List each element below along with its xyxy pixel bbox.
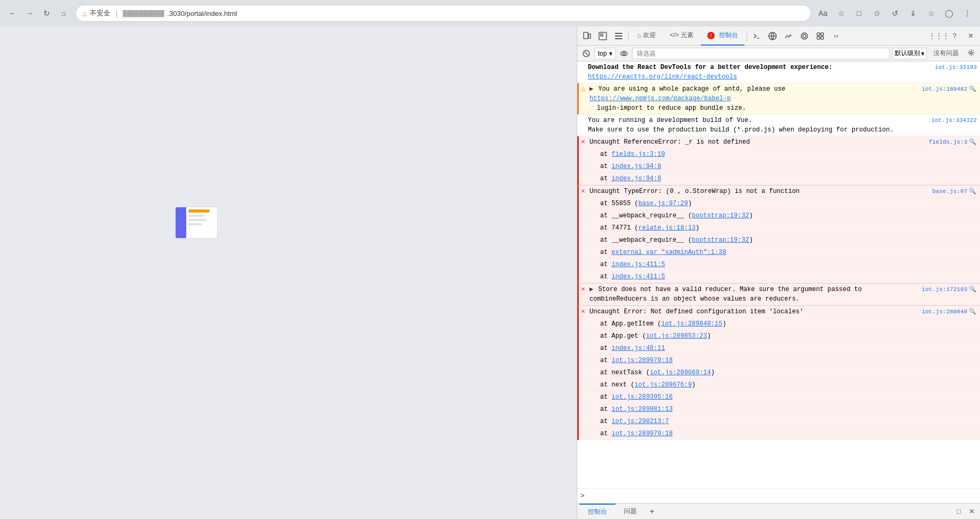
filter-input[interactable] [632, 48, 890, 59]
network-tab-button[interactable] [765, 29, 780, 43]
expand-arrow-1[interactable]: ▶ [589, 85, 593, 93]
memory-tab-button[interactable] [797, 29, 812, 43]
profile-button[interactable]: ◯ [942, 6, 957, 21]
reader-mode-button[interactable]: Aa [816, 6, 830, 21]
msg5-source[interactable]: base.js:97 [928, 187, 967, 196]
msg3-text1: You are running a development build of V… [588, 117, 752, 124]
bottom-add-button[interactable]: + [645, 505, 659, 518]
msg6-search-button[interactable]: 🔍 [968, 285, 977, 293]
bottom-close-button[interactable]: ✕ [965, 505, 978, 518]
msg7-s7-link[interactable]: iot.js:289395:16 [612, 393, 673, 401]
tab-console[interactable]: ! 控制台 [701, 27, 744, 46]
msg5-stack-1: at 55855 (base.js:97:29) [579, 198, 980, 210]
msg4-source[interactable]: fields.js:3 [924, 137, 967, 147]
msg7-s6-link[interactable]: iot.js:289676:9 [635, 381, 692, 389]
preview-bar-2 [188, 215, 204, 217]
msg4-text: Uncaught ReferenceError: _r is not defin… [589, 138, 750, 146]
more-tabs-button[interactable]: ›› [829, 29, 844, 43]
refresh-button[interactable]: ↻ [39, 6, 54, 21]
tab-welcome[interactable]: ⌂ 欢迎 [631, 27, 662, 46]
msg4-at1-link[interactable]: fields.js:3:10 [612, 151, 665, 158]
toolbar-separator-1 [628, 31, 629, 41]
split-button[interactable]: □ [852, 6, 866, 21]
sidebar-toggle-button[interactable] [611, 29, 626, 43]
console-message-react-devtools-content: Download the React DevTools for a better… [588, 63, 931, 82]
msg6-source[interactable]: iot.js:172193 [917, 285, 967, 294]
msg7-source[interactable]: iot.js:289840 [917, 307, 967, 316]
collection-button[interactable]: ☆ [924, 6, 939, 21]
eye-button[interactable] [618, 48, 630, 59]
msg7-s2-link[interactable]: iot.js:289853:23 [646, 332, 707, 340]
svg-point-7 [801, 33, 808, 39]
msg5-s3-link[interactable]: relate.js:18:13 [638, 224, 696, 232]
console-message-reference-error: ✕ Uncaught ReferenceError: _r is not def… [577, 136, 980, 185]
welcome-tab-label: 欢迎 [643, 31, 656, 40]
msg5-s7-link[interactable]: index.js:411:5 [612, 273, 665, 280]
msg2-search-button[interactable]: 🔍 [968, 84, 977, 93]
msg2-text-before: You are using a whole package of antd, p… [598, 85, 785, 93]
msg7-s5-link[interactable]: iot.js:289669:14 [650, 369, 711, 376]
msg5-stack-6: at index.js:411:5 [579, 259, 980, 271]
msg5-s1-link[interactable]: base.js:97:29 [638, 200, 688, 207]
expand-arrow-6[interactable]: ▶ [589, 286, 593, 293]
clear-console-button[interactable] [580, 48, 592, 59]
home-button[interactable]: ⌂ [56, 6, 71, 21]
msg7-s1-link[interactable]: iot.js:289840:15 [661, 320, 722, 328]
bottom-tab-console[interactable]: 控制台 [579, 504, 615, 520]
welcome-tab-icon: ⌂ [637, 32, 641, 39]
performance-tab-button[interactable] [781, 29, 796, 43]
console-input[interactable] [587, 492, 977, 500]
msg5-search-button[interactable]: 🔍 [968, 187, 977, 195]
msg5-s5-link[interactable]: external var "xadminAuth":1:38 [612, 249, 726, 256]
address-bar[interactable]: △ 不安全 | ██████████ .3030/portal/index.ht… [75, 5, 811, 22]
svg-line-14 [585, 51, 588, 55]
msg5-s6-link[interactable]: index.js:411:5 [612, 261, 665, 268]
level-select[interactable]: 默认级别 ▾ [892, 48, 927, 59]
sources-tab-button[interactable] [749, 29, 764, 43]
preview-bar-4 [188, 223, 202, 225]
more-options-button[interactable]: ⋮⋮⋮ [931, 29, 946, 43]
msg7-s4-link[interactable]: iot.js:289979:18 [612, 357, 673, 364]
console-message-type-error: ✕ Uncaught TypeError: (0 , o.StoreWrap) … [577, 185, 980, 283]
msg1-source[interactable]: iot.js:33193 [931, 63, 977, 72]
close-devtools-button[interactable]: ✕ [963, 29, 978, 43]
inspect-element-button[interactable] [595, 29, 610, 43]
msg4-at3-link[interactable]: index.js:94:8 [612, 175, 662, 182]
msg7-stack-1: at App.getItem (iot.js:289840:15) [579, 318, 980, 330]
history-button[interactable]: ↺ [888, 6, 903, 21]
svg-rect-4 [615, 36, 622, 37]
msg4-search-button[interactable]: 🔍 [968, 137, 977, 146]
msg5-s4-link[interactable]: bootstrap:19:32 [692, 236, 749, 244]
msg6-text: Store does not have a valid reducer. Mak… [589, 286, 862, 303]
tab-elements[interactable]: </> 元素 [663, 27, 700, 46]
msg3-source[interactable]: iot.js:334322 [927, 116, 977, 125]
page-preview-widget [175, 207, 218, 239]
extensions-button[interactable]: ✩ [870, 6, 884, 21]
error-icon-7: ✕ [581, 307, 585, 316]
console-message-react-devtools: Download the React DevTools for a better… [577, 61, 980, 83]
help-button[interactable]: ? [947, 29, 962, 43]
console-settings-button[interactable] [965, 48, 977, 59]
forward-button[interactable]: → [22, 6, 37, 21]
msg2-source[interactable]: iot.js:189482 [917, 84, 967, 94]
msg7-s9-link[interactable]: iot.js:290213:7 [612, 418, 669, 425]
context-value: top [598, 50, 607, 57]
bookmark-button[interactable]: ☆ [834, 6, 848, 21]
svg-rect-12 [821, 37, 823, 39]
msg5-s2-link[interactable]: bootstrap:19:32 [692, 212, 749, 219]
msg7-search-button[interactable]: 🔍 [968, 307, 977, 315]
msg7-s3-link[interactable]: index.js:48:11 [612, 345, 665, 352]
context-selector[interactable]: top ▾ [594, 48, 616, 59]
msg2-link[interactable]: https://www.npmjs.com/package/babel-p [589, 95, 731, 102]
bottom-split-button[interactable]: □ [952, 505, 965, 518]
msg7-s8-link[interactable]: iot.js:289981:13 [612, 406, 673, 413]
device-toggle-button[interactable] [579, 29, 594, 43]
settings-button[interactable]: ⋮ [960, 6, 975, 21]
downloads-button[interactable]: ⇓ [906, 6, 921, 21]
application-tab-button[interactable] [813, 29, 828, 43]
msg1-link[interactable]: https://reactjs.org/link/react-devtools [588, 73, 737, 81]
back-button[interactable]: ← [5, 6, 20, 21]
msg4-at2-link[interactable]: index.js:94:8 [612, 163, 662, 170]
msg7-s10-link[interactable]: iot.js:289979:18 [612, 430, 673, 437]
bottom-tab-issues[interactable]: 问题 [615, 504, 645, 520]
